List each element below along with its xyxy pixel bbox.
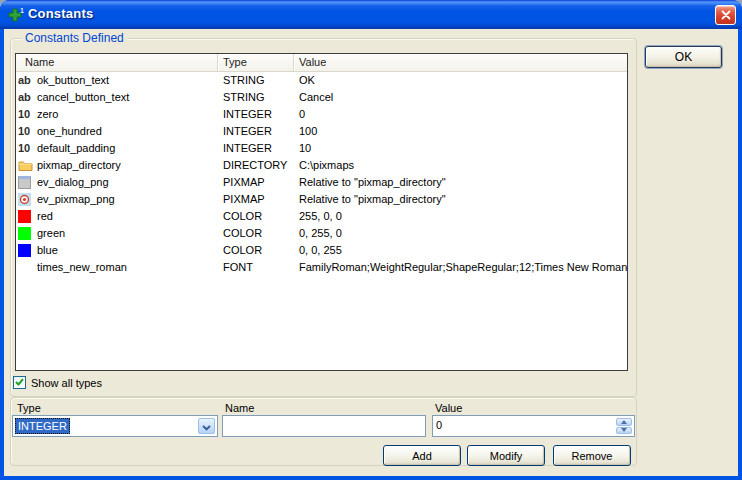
- constant-type: PIXMAP: [218, 191, 294, 208]
- type-field-label: Type: [17, 402, 41, 414]
- constant-name: red: [37, 208, 53, 225]
- table-row[interactable]: 10 default_padding INTEGER 10: [16, 140, 627, 157]
- constant-name: blue: [37, 242, 58, 259]
- column-header-name[interactable]: Name: [16, 54, 218, 71]
- ok-button[interactable]: OK: [645, 46, 722, 68]
- value-spinbox[interactable]: 0: [432, 415, 635, 437]
- table-row[interactable]: pixmap_directory DIRECTORY C:\pixmaps: [16, 157, 627, 174]
- constant-type: FONT: [218, 259, 294, 276]
- table-body: ab ok_button_text STRING OK ab cancel_bu…: [16, 72, 627, 276]
- spin-down-button[interactable]: [616, 427, 632, 435]
- constant-name: green: [37, 225, 65, 242]
- constant-name: one_hundred: [37, 123, 102, 140]
- constant-type: COLOR: [218, 225, 294, 242]
- ab-icon: ab: [18, 90, 37, 105]
- table-row[interactable]: times_new_roman FONT FamilyRoman;WeightR…: [16, 259, 627, 276]
- arrow-up-icon: [621, 420, 627, 424]
- constant-value: Relative to "pixmap_directory": [294, 174, 627, 191]
- table-row[interactable]: blue COLOR 0, 0, 255: [16, 242, 627, 259]
- color-swatch-icon: [18, 243, 37, 258]
- constant-name: times_new_roman: [37, 259, 127, 276]
- show-all-types-label: Show all types: [31, 377, 102, 389]
- list-header: Name Type Value: [16, 54, 627, 72]
- checkmark-icon: [15, 378, 24, 387]
- constant-type: STRING: [218, 72, 294, 89]
- table-row[interactable]: red COLOR 255, 0, 0: [16, 208, 627, 225]
- constant-value: 100: [294, 123, 627, 140]
- spin-up-button[interactable]: [616, 418, 632, 426]
- constant-value: Cancel: [294, 89, 627, 106]
- constant-value: 0, 255, 0: [294, 225, 627, 242]
- constant-value: 10: [294, 140, 627, 157]
- add-button[interactable]: Add: [383, 445, 461, 466]
- remove-button[interactable]: Remove: [553, 445, 631, 466]
- arrow-down-icon: [621, 428, 627, 432]
- folder-icon: [18, 158, 37, 173]
- constant-value: Relative to "pixmap_directory": [294, 191, 627, 208]
- spinner-buttons: [616, 418, 632, 434]
- dialog-client-area: OK Constants Defined Name Type Value ab …: [4, 29, 738, 476]
- constant-value: OK: [294, 72, 627, 89]
- table-row[interactable]: 10 zero INTEGER 0: [16, 106, 627, 123]
- ten-icon: 10: [18, 124, 37, 139]
- globe-pixmap-icon: [18, 192, 37, 207]
- type-combobox[interactable]: INTEGER: [12, 415, 218, 437]
- value-field-label: Value: [435, 402, 462, 414]
- value-spinbox-value: 0: [436, 419, 442, 431]
- constant-value: 0: [294, 106, 627, 123]
- constant-value: FamilyRoman;WeightRegular;ShapeRegular;1…: [294, 259, 627, 276]
- constant-type: DIRECTORY: [218, 157, 294, 174]
- type-combobox-selected-value: INTEGER: [15, 418, 70, 434]
- ten-icon: 10: [18, 141, 37, 156]
- constant-value: 0, 0, 255: [294, 242, 627, 259]
- constant-value: C:\pixmaps: [294, 157, 627, 174]
- color-swatch-icon: [18, 226, 37, 241]
- no-icon: [18, 260, 37, 275]
- table-row[interactable]: green COLOR 0, 255, 0: [16, 225, 627, 242]
- constant-name: ev_dialog_png: [37, 174, 109, 191]
- window-title: Constants: [28, 6, 93, 21]
- constant-name: cancel_button_text: [37, 89, 129, 106]
- constant-type: COLOR: [218, 208, 294, 225]
- ten-icon: 10: [18, 107, 37, 122]
- modify-button[interactable]: Modify: [467, 445, 545, 466]
- constant-type: STRING: [218, 89, 294, 106]
- window-border: [0, 476, 742, 480]
- dialog-pixmap-icon: [18, 175, 37, 190]
- groupbox-title: Constants Defined: [21, 31, 128, 45]
- constants-dialog: 1 Constants OK Constants Defined Name Ty…: [0, 0, 742, 480]
- window-border: [738, 29, 742, 480]
- constant-name: ok_button_text: [37, 72, 109, 89]
- close-icon: [721, 6, 731, 24]
- show-all-types-row: Show all types: [13, 376, 102, 389]
- constant-type: INTEGER: [218, 106, 294, 123]
- color-swatch-icon: [18, 209, 37, 224]
- chevron-down-icon: [202, 417, 211, 435]
- column-header-type[interactable]: Type: [218, 54, 294, 71]
- table-row[interactable]: ab ok_button_text STRING OK: [16, 72, 627, 89]
- plus-one-icon: 1: [8, 6, 25, 23]
- constant-name: default_padding: [37, 140, 115, 157]
- name-input[interactable]: [222, 415, 426, 437]
- ab-icon: ab: [18, 73, 37, 88]
- column-header-value[interactable]: Value: [294, 54, 627, 71]
- constants-list[interactable]: Name Type Value ab ok_button_text STRING…: [15, 53, 628, 371]
- table-row[interactable]: ab cancel_button_text STRING Cancel: [16, 89, 627, 106]
- constant-value: 255, 0, 0: [294, 208, 627, 225]
- table-row[interactable]: ev_pixmap_png PIXMAP Relative to "pixmap…: [16, 191, 627, 208]
- combobox-dropdown-button[interactable]: [198, 418, 215, 434]
- name-field-label: Name: [225, 402, 254, 414]
- svg-text:1: 1: [20, 7, 24, 14]
- constant-type: INTEGER: [218, 123, 294, 140]
- constant-name: pixmap_directory: [37, 157, 121, 174]
- table-row[interactable]: 10 one_hundred INTEGER 100: [16, 123, 627, 140]
- titlebar[interactable]: 1 Constants: [0, 0, 742, 29]
- constant-type: PIXMAP: [218, 174, 294, 191]
- constant-name: zero: [37, 106, 58, 123]
- table-row[interactable]: ev_dialog_png PIXMAP Relative to "pixmap…: [16, 174, 627, 191]
- close-button[interactable]: [715, 5, 736, 25]
- constant-type: COLOR: [218, 242, 294, 259]
- constant-name: ev_pixmap_png: [37, 191, 115, 208]
- show-all-types-checkbox[interactable]: [13, 376, 26, 389]
- constant-type: INTEGER: [218, 140, 294, 157]
